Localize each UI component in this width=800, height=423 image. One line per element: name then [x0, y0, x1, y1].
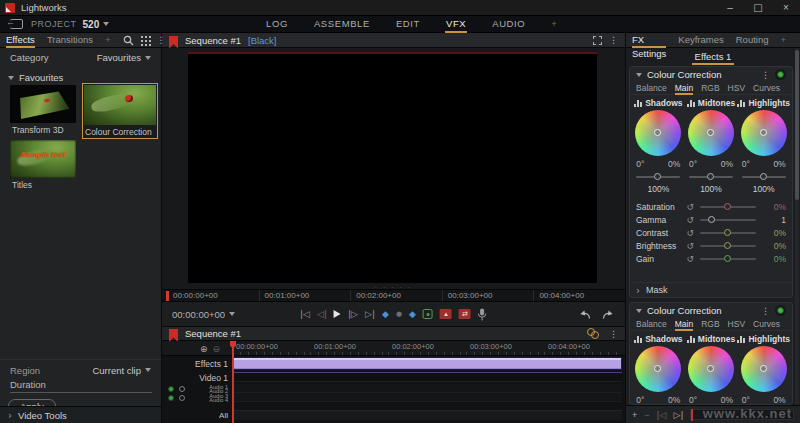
step-forward-button[interactable]: |▷: [348, 309, 358, 319]
wheel-handle[interactable]: [654, 365, 661, 372]
duration-field[interactable]: Duration: [10, 379, 152, 393]
redo-icon[interactable]: [601, 309, 615, 320]
cc-tab-main[interactable]: Main: [675, 318, 693, 331]
midtones-colour-wheel[interactable]: [688, 110, 734, 156]
histogram-icon[interactable]: [737, 336, 745, 343]
timeline-zoom-out-icon[interactable]: ⊖: [213, 344, 221, 354]
audio-track-3-4[interactable]: [232, 393, 622, 402]
close-button[interactable]: ×: [772, 0, 800, 16]
tab-log[interactable]: LOG: [265, 16, 289, 33]
histogram-icon[interactable]: [634, 336, 642, 343]
gamma-slider[interactable]: [700, 219, 756, 221]
project-name[interactable]: 520: [83, 19, 100, 30]
wheel-handle[interactable]: [760, 365, 767, 372]
section-collapse-icon[interactable]: [636, 309, 642, 313]
wheel-handle[interactable]: [654, 129, 661, 136]
midtones-colour-wheel[interactable]: [688, 346, 734, 392]
track-label-video[interactable]: Video 1: [162, 373, 228, 383]
gain-slider[interactable]: [700, 258, 756, 260]
insert-edit-button[interactable]: ▴: [440, 309, 452, 319]
effect-thumb-transform3d[interactable]: [10, 85, 76, 123]
cue-marker-button[interactable]: ●: [396, 310, 402, 318]
timeline-zoom-in-icon[interactable]: ⊕: [200, 344, 208, 354]
all-track[interactable]: [232, 410, 622, 420]
audio-monitor-radio-on[interactable]: [168, 386, 174, 392]
tab-routing[interactable]: Routing: [736, 33, 769, 48]
reset-icon[interactable]: ↺: [686, 228, 694, 238]
effect-stack-title[interactable]: Effects 1: [692, 51, 735, 65]
reset-icon[interactable]: ↺: [686, 241, 694, 251]
remove-effect-button[interactable]: −: [644, 410, 649, 420]
histogram-icon[interactable]: [634, 100, 642, 107]
project-chevron-down-icon[interactable]: [103, 22, 109, 26]
category-select[interactable]: Favourites: [97, 52, 151, 63]
favourites-group-header[interactable]: Favourites: [8, 72, 63, 83]
wheel-handle[interactable]: [707, 129, 714, 136]
cc-tab-rgb[interactable]: RGB: [701, 318, 719, 331]
search-icon[interactable]: [123, 35, 134, 46]
step-back-button[interactable]: ◁|: [317, 309, 327, 319]
contrast-slider[interactable]: [700, 232, 756, 234]
histogram-icon[interactable]: [687, 336, 695, 343]
histogram-icon[interactable]: [687, 100, 695, 107]
fx-panel-scrollbar[interactable]: [795, 48, 799, 405]
fullscreen-icon[interactable]: [593, 36, 602, 45]
section-menu-icon[interactable]: ⋮: [761, 70, 770, 80]
cc-tab-curves[interactable]: Curves: [753, 318, 780, 331]
jump-to-start-button[interactable]: |◁: [300, 309, 310, 319]
tab-add-panel[interactable]: +: [105, 33, 111, 48]
mark-out-button[interactable]: ◆: [409, 309, 416, 319]
effect-thumb-colour-correction[interactable]: Colour Correction: [82, 83, 158, 139]
tab-transitions[interactable]: Transitions: [47, 33, 93, 48]
exit-project-icon[interactable]: [10, 19, 23, 29]
shadows-colour-wheel[interactable]: [635, 110, 681, 156]
tab-fx-settings[interactable]: FX Settings: [632, 33, 666, 48]
tab-edit[interactable]: EDIT: [395, 16, 421, 33]
mark-in-button[interactable]: ◆: [382, 309, 389, 319]
effects-clip[interactable]: [232, 357, 622, 370]
master-slider[interactable]: [636, 176, 680, 178]
wheel-handle[interactable]: [707, 365, 714, 372]
cc-tab-main[interactable]: Main: [675, 82, 693, 95]
reset-icon[interactable]: ↺: [686, 215, 694, 225]
mask-section[interactable]: › Mask: [630, 282, 792, 297]
audio-monitor-radio-off[interactable]: [179, 395, 185, 401]
tab-vfx[interactable]: VFX: [445, 16, 467, 33]
track-label-all[interactable]: All: [162, 411, 228, 420]
previous-keyframe-button[interactable]: |◁: [657, 410, 667, 420]
highlights-colour-wheel[interactable]: [741, 110, 787, 156]
grid-view-icon[interactable]: [141, 36, 143, 38]
section-collapse-icon[interactable]: [636, 73, 642, 77]
scrollbar-thumb[interactable]: [795, 50, 799, 200]
reset-icon[interactable]: ↺: [686, 254, 694, 264]
sync-lock-icon[interactable]: [587, 328, 600, 339]
region-select[interactable]: Current clip: [92, 365, 151, 376]
cc-tab-curves[interactable]: Curves: [753, 82, 780, 95]
play-button[interactable]: [334, 310, 341, 318]
section-menu-icon[interactable]: ⋮: [761, 306, 770, 316]
cc-tab-balance[interactable]: Balance: [636, 82, 667, 95]
effect-thumb-titles[interactable]: Sample text: [10, 140, 76, 178]
microphone-icon[interactable]: [478, 308, 487, 321]
tab-audio[interactable]: AUDIO: [491, 16, 526, 33]
wheel-handle[interactable]: [760, 129, 767, 136]
video-tools-section[interactable]: › Video Tools: [0, 406, 161, 423]
jump-to-end-button[interactable]: ▷|: [365, 309, 375, 319]
timeline-menu-icon[interactable]: ⋮: [609, 329, 618, 339]
cc-tab-balance[interactable]: Balance: [636, 318, 667, 331]
track-label-effects[interactable]: Effects 1: [162, 359, 228, 369]
cc-tab-rgb[interactable]: RGB: [701, 82, 719, 95]
fx-scrub-track[interactable]: [690, 409, 794, 420]
replace-edit-button[interactable]: ⇄: [459, 309, 471, 319]
reset-icon[interactable]: ↺: [686, 202, 694, 212]
current-timecode[interactable]: 00:00:00+00: [172, 302, 235, 326]
viewer-timecode-ruler[interactable]: 00:00:00+00 00:01:00+00 00:02:00+00 00:0…: [162, 289, 625, 302]
saturation-slider[interactable]: [700, 206, 756, 208]
histogram-icon[interactable]: [737, 100, 745, 107]
tab-add[interactable]: +: [550, 16, 558, 33]
tab-assemble[interactable]: ASSEMBLE: [313, 16, 371, 33]
master-slider[interactable]: [742, 176, 786, 178]
maximize-button[interactable]: □: [744, 0, 772, 16]
audio-track-labels[interactable]: Audio 3Audio 4: [192, 393, 228, 403]
viewer-playhead-marker[interactable]: [166, 291, 169, 301]
